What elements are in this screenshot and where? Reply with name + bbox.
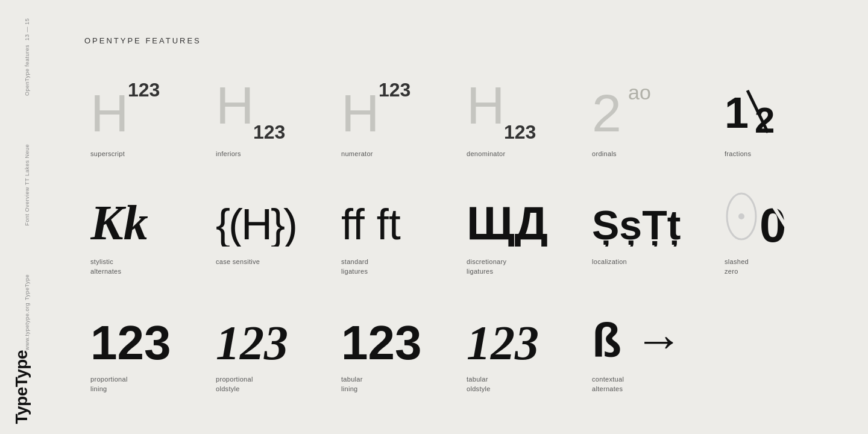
denominator-glyph: H 123	[467, 75, 551, 142]
standard-lig-glyph: ff ft	[341, 183, 432, 250]
svg-text:ß →: ß →	[592, 313, 683, 364]
svg-text:123: 123	[253, 121, 285, 139]
inferiors-glyph: H 123	[216, 75, 300, 142]
feature-superscript: H 123 superscript	[84, 75, 210, 183]
prop-lining-glyph: 123	[90, 301, 181, 367]
svg-text:1: 1	[725, 89, 749, 137]
svg-text:Kk: Kk	[90, 195, 148, 247]
sidebar: 13 — 15 OpenType features TT Lakes Neue …	[0, 0, 54, 434]
feature-discretionary-ligatures: ЩД discretionary ligatures	[461, 183, 586, 301]
prop-lining-label: proportional lining	[90, 374, 128, 394]
superscript-glyph: H 123	[90, 75, 175, 142]
svg-text:H: H	[467, 78, 505, 135]
tab-oldstyle-glyph: 123	[467, 301, 557, 367]
svg-text:123: 123	[379, 79, 410, 101]
prop-oldstyle-label: proportional oldstyle	[216, 374, 253, 394]
svg-text:123: 123	[504, 121, 536, 139]
svg-text:2: 2	[755, 100, 775, 139]
case-sensitive-glyph: {(H})	[216, 183, 312, 250]
svg-text:ff ft: ff ft	[341, 200, 401, 247]
feature-localization: ȘșȚț localization	[586, 183, 719, 301]
feature-ordinals: 2 ao ordinals	[586, 75, 719, 183]
svg-text:123: 123	[467, 316, 539, 364]
localization-label: localization	[592, 257, 627, 267]
feature-standard-ligatures: ff ft standard ligatures	[335, 183, 461, 301]
feature-proportional-lining: 123 proportional lining	[84, 301, 210, 418]
svg-text:ЩД: ЩД	[467, 197, 548, 247]
slashed-zero-label: slashed zero	[725, 257, 749, 277]
main-content: OPENTYPE FEATURES H 123 superscript H	[84, 36, 844, 410]
section-label: OpenType features	[24, 45, 31, 96]
fractions-glyph: 1 2	[725, 75, 809, 142]
feature-contextual-alternates: ß → contextual alternates	[586, 301, 719, 418]
fractions-label: fractions	[725, 149, 751, 159]
features-grid: H 123 superscript H 123 inferiors	[84, 75, 844, 418]
company-url: www.typetype.org	[24, 303, 31, 350]
prop-oldstyle-glyph: 123	[216, 301, 306, 367]
tab-oldstyle-label: tabular oldstyle	[467, 374, 491, 394]
svg-text:2: 2	[592, 83, 621, 139]
feature-numerator: H 123 numerator	[335, 75, 461, 183]
feature-proportional-oldstyle: 123 proportional oldstyle	[210, 301, 335, 418]
svg-point-19	[738, 213, 744, 219]
feature-stylistic-alternates: Kk stylistic alternates	[84, 183, 210, 301]
discretionary-lig-glyph: ЩД	[467, 183, 551, 250]
feature-inferiors: H 123 inferiors	[210, 75, 335, 183]
feature-fractions: 1 2 fractions	[719, 75, 844, 183]
font-section: Font Overview	[24, 187, 31, 226]
svg-text:123: 123	[216, 316, 288, 364]
svg-text:ao: ao	[628, 81, 651, 104]
company-name: TypeType	[24, 274, 31, 300]
brand-name: TypeType	[12, 350, 42, 427]
ordinals-glyph: 2 ao	[592, 75, 688, 142]
discretionary-lig-label: discretionary ligatures	[467, 257, 506, 277]
tab-lining-label: tabular lining	[341, 374, 363, 394]
svg-text:123: 123	[128, 79, 160, 101]
denominator-label: denominator	[467, 149, 505, 159]
feature-slashed-zero: 0 slashed zero	[719, 183, 844, 301]
svg-text:{(H}): {(H})	[216, 200, 296, 247]
inferiors-label: inferiors	[216, 149, 241, 159]
localization-glyph: ȘșȚț	[592, 183, 700, 250]
stylistic-label: stylistic alternates	[90, 257, 121, 277]
feature-case-sensitive: {(H}) case sensitive	[210, 183, 335, 301]
slashed-zero-glyph: 0	[725, 183, 803, 250]
svg-text:123: 123	[90, 316, 171, 364]
empty-cell	[719, 301, 844, 418]
case-sensitive-label: case sensitive	[216, 257, 260, 267]
svg-text:ȘșȚț: ȘșȚț	[592, 202, 681, 247]
svg-text:H: H	[216, 78, 254, 135]
contextual-glyph: ß →	[592, 301, 712, 367]
feature-tabular-lining: 123 tabular lining	[335, 301, 461, 418]
svg-text:H: H	[90, 83, 129, 139]
superscript-label: superscript	[90, 149, 125, 159]
page-title: OPENTYPE FEATURES	[84, 36, 844, 45]
ordinals-label: ordinals	[592, 149, 617, 159]
page-number: 13 — 15	[24, 18, 31, 41]
numerator-glyph: H 123	[341, 75, 426, 142]
stylistic-glyph: Kk	[90, 183, 169, 250]
contextual-label: contextual alternates	[592, 374, 624, 394]
standard-lig-label: standard ligatures	[341, 257, 368, 277]
tab-lining-glyph: 123	[341, 301, 432, 367]
feature-tabular-oldstyle: 123 tabular oldstyle	[461, 301, 586, 418]
numerator-label: numerator	[341, 149, 373, 159]
feature-denominator: H 123 denominator	[461, 75, 586, 183]
svg-text:H: H	[341, 83, 380, 139]
font-name: TT Lakes Neue	[24, 144, 31, 185]
svg-text:123: 123	[341, 316, 421, 364]
